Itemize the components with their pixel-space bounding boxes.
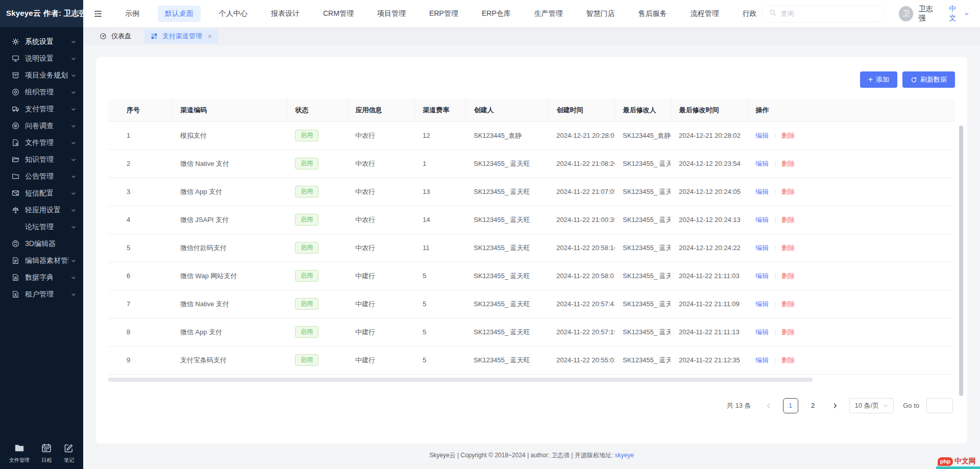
delete-link[interactable]: 删除 xyxy=(781,328,795,336)
sidebar-item-知识管理[interactable]: 知识管理 xyxy=(0,151,83,168)
cell-index: 1 xyxy=(108,121,172,150)
next-page-button[interactable] xyxy=(828,399,842,413)
chevron-down-icon xyxy=(71,73,76,78)
sidebar-item-租户管理[interactable]: 租户管理 xyxy=(0,286,83,303)
edit-link[interactable]: 编辑 xyxy=(755,328,769,336)
archive-icon xyxy=(11,71,19,80)
delete-link[interactable]: 删除 xyxy=(781,272,795,280)
column-header-操作: 操作 xyxy=(747,99,955,121)
sidebar-shortcut-日程[interactable]: 日程 xyxy=(41,443,52,464)
sidebar-item-3D编辑器[interactable]: 3D编辑器 xyxy=(0,235,83,252)
delete-link[interactable]: 删除 xyxy=(781,356,795,364)
monitor-icon xyxy=(11,55,19,63)
delete-link[interactable]: 删除 xyxy=(781,244,795,252)
sidebar-item-公告管理[interactable]: 公告管理 xyxy=(0,168,83,185)
edit-link[interactable]: 编辑 xyxy=(755,160,769,167)
edit-link[interactable]: 编辑 xyxy=(755,244,769,252)
sidebar-item-说明设置[interactable]: 说明设置 xyxy=(0,50,83,67)
nav-item-智慧门店[interactable]: 智慧门店 xyxy=(581,6,620,22)
horizontal-scrollbar[interactable] xyxy=(108,378,813,382)
chevron-down-icon xyxy=(71,225,76,230)
table-row: 1 模拟支付 启用 中农行 12 SK123445_袁静 2024-12-21 … xyxy=(108,121,955,150)
edit-link[interactable]: 编辑 xyxy=(755,132,769,139)
tab-仪表盘[interactable]: 仪表盘 xyxy=(93,29,137,43)
nav-item-个人中心[interactable]: 个人中心 xyxy=(214,6,253,22)
sidebar-shortcut-笔记[interactable]: 笔记 xyxy=(64,443,74,464)
nav-item-项目管理[interactable]: 项目管理 xyxy=(372,6,411,22)
page-button-1[interactable]: 1 xyxy=(783,398,798,413)
sidebar-item-数据字典[interactable]: 数据字典 xyxy=(0,269,83,286)
nav-item-报表设计[interactable]: 报表设计 xyxy=(266,6,305,22)
vertical-scrollbar[interactable] xyxy=(959,126,963,396)
calendar-icon xyxy=(41,443,52,454)
edit-link[interactable]: 编辑 xyxy=(755,188,769,195)
tab-bar: 仪表盘支付渠道管理× xyxy=(83,27,980,45)
add-button[interactable]: + 添加 xyxy=(860,71,897,88)
delete-link[interactable]: 删除 xyxy=(781,132,795,139)
edit-link[interactable]: 编辑 xyxy=(755,216,769,224)
cell-created: 2024-11-22 20:55:03 xyxy=(548,346,615,374)
table-body: 1 模拟支付 启用 中农行 12 SK123445_袁静 2024-12-21 … xyxy=(108,121,955,374)
nav-item-CRM管理[interactable]: CRM管理 xyxy=(318,6,359,22)
chevron-down-icon xyxy=(71,107,76,112)
page-button-2[interactable]: 2 xyxy=(805,398,821,413)
sidebar-item-论坛管理[interactable]: 论坛管理 xyxy=(0,218,83,235)
watermark-strip xyxy=(936,466,980,469)
sidebar-item-项目业务规划[interactable]: 项目业务规划 xyxy=(0,67,83,84)
sidebar-shortcut-文件管理[interactable]: 文件管理 xyxy=(9,443,30,464)
cell-modifier: SK123455_ 蓝天旺 xyxy=(615,318,671,346)
action-divider xyxy=(775,161,775,167)
nav-item-示例[interactable]: 示例 xyxy=(120,6,144,22)
nav-item-行政[interactable]: 行政 xyxy=(737,6,762,22)
sidebar-item-编辑器素材管理[interactable]: 编辑器素材管理 xyxy=(0,252,83,269)
avatar[interactable]: 卫 xyxy=(899,6,913,21)
nav-item-ERP管理[interactable]: ERP管理 xyxy=(424,6,463,22)
sidebar-item-短信配置[interactable]: 短信配置 xyxy=(0,185,83,202)
close-icon[interactable]: × xyxy=(208,33,212,40)
page-size-select[interactable]: 10 条/页 xyxy=(849,398,894,413)
cell-created: 2024-11-22 20:57:19 xyxy=(548,318,615,346)
column-header-创建人: 创建人 xyxy=(465,99,548,121)
goto-label: Go to xyxy=(903,402,919,409)
goto-page-input[interactable] xyxy=(926,398,953,413)
tab-支付渠道管理[interactable]: 支付渠道管理× xyxy=(144,29,218,43)
footer-link[interactable]: skyeye xyxy=(615,452,633,459)
table-row: 6 微信 Wap 网站支付 启用 中建行 5 SK123455_ 蓝天旺 202… xyxy=(108,262,955,290)
sidebar-item-文件管理[interactable]: 文件管理 xyxy=(0,134,83,151)
nav-item-流程管理[interactable]: 流程管理 xyxy=(685,6,724,22)
prev-page-button[interactable] xyxy=(762,399,776,413)
delete-link[interactable]: 删除 xyxy=(781,188,795,195)
cell-app: 中建行 xyxy=(347,290,414,318)
search-input[interactable] xyxy=(780,10,877,17)
delete-link[interactable]: 删除 xyxy=(781,300,795,308)
table-wrap: 序号渠道编码状态应用信息渠道费率创建人创建时间最后修改人最后修改时间操作 1 模… xyxy=(108,99,955,382)
sidebar-item-问卷调查[interactable]: 问卷调查 xyxy=(0,117,83,134)
search-box[interactable] xyxy=(762,5,885,22)
nav-item-ERP仓库[interactable]: ERP仓库 xyxy=(477,6,516,22)
nav-item-默认桌面[interactable]: 默认桌面 xyxy=(158,6,201,22)
edit-link[interactable]: 编辑 xyxy=(755,300,769,308)
sidebar-item-系统设置[interactable]: 系统设置 xyxy=(0,33,83,50)
cell-modifier: SK123445_袁静 xyxy=(615,121,671,150)
table-row: 2 微信 Native 支付 启用 中农行 1 SK123455_ 蓝天旺 20… xyxy=(108,150,955,178)
sidebar-footer: 文件管理日程笔记 xyxy=(0,443,83,469)
delete-link[interactable]: 删除 xyxy=(781,160,795,167)
language-selector[interactable]: 中文 xyxy=(949,5,969,23)
cell-rate: 11 xyxy=(414,234,465,262)
cell-modifier: SK123455_ 蓝天旺 xyxy=(615,178,671,206)
nav-item-生产管理[interactable]: 生产管理 xyxy=(529,6,568,22)
sidebar-item-支付管理[interactable]: 支付管理 xyxy=(0,101,83,117)
edit-link[interactable]: 编辑 xyxy=(755,272,769,280)
edit-link[interactable]: 编辑 xyxy=(755,356,769,364)
php-logo-icon: php xyxy=(938,457,953,466)
user-name[interactable]: 卫志强 xyxy=(918,5,939,23)
sidebar-item-轻应用设置[interactable]: 轻应用设置 xyxy=(0,202,83,218)
delete-link[interactable]: 删除 xyxy=(781,216,795,224)
collapse-menu-icon[interactable] xyxy=(93,9,103,18)
chevron-down-icon xyxy=(71,292,76,297)
nav-item-售后服务[interactable]: 售后服务 xyxy=(633,6,672,22)
refresh-button[interactable]: 刷新数据 xyxy=(902,71,955,88)
search-icon xyxy=(769,9,776,18)
top-nav: 示例默认桌面个人中心报表设计CRM管理项目管理ERP管理ERP仓库生产管理智慧门… xyxy=(120,6,762,22)
sidebar-item-组织管理[interactable]: 组织管理 xyxy=(0,84,83,101)
